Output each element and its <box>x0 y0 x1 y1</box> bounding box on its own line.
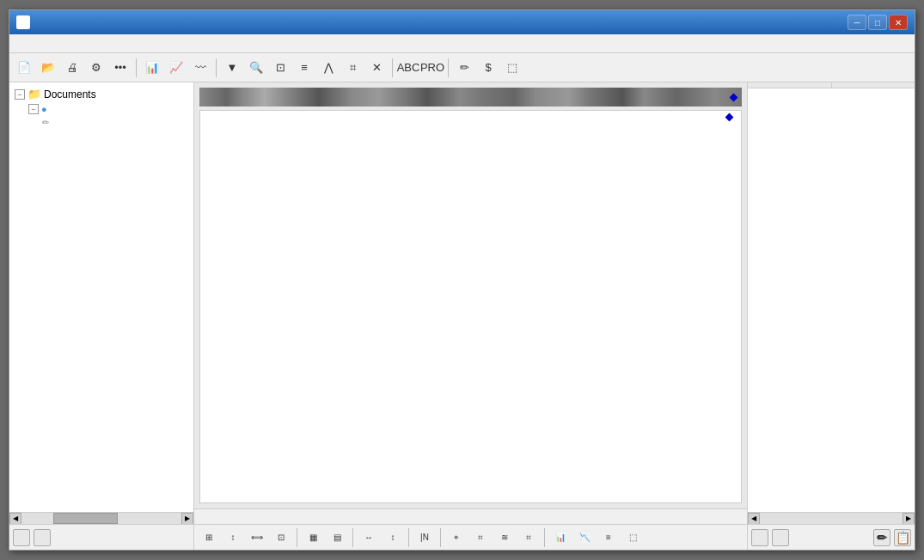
menu-tools[interactable] <box>68 42 82 46</box>
sidebar-remove-button[interactable] <box>34 529 51 546</box>
bt-btn1[interactable]: ⊞ <box>198 527 220 549</box>
bt-btn6[interactable]: ▤ <box>326 527 348 549</box>
chart-legend <box>723 114 732 120</box>
main-area: − 📁 Documents − ● ✏ <box>9 82 915 550</box>
tb-profound[interactable]: PRO <box>421 57 444 79</box>
spectrum-chart[interactable] <box>199 110 742 503</box>
bt-btn2[interactable]: ↕ <box>222 527 244 549</box>
tb-centroid[interactable]: ⌗ <box>341 57 364 79</box>
right-panel: ◀ ▶ ✏ 📋 <box>747 82 915 550</box>
bt-sep4 <box>440 528 441 547</box>
sidebar-hscrollbar[interactable]: ◀ ▶ <box>9 512 193 524</box>
tb-edit[interactable]: ✏ <box>453 57 475 79</box>
tb-deisotope[interactable]: ≡ <box>293 57 315 79</box>
close-button[interactable]: ✕ <box>889 15 908 30</box>
right-edit-icon[interactable]: ✏ <box>873 529 890 546</box>
bt-btn5[interactable]: ▦ <box>302 527 324 549</box>
right-remove-button[interactable] <box>772 529 789 546</box>
tb-settings[interactable]: ⚙ <box>85 57 107 79</box>
bt-btn10[interactable]: ⌖ <box>445 527 468 549</box>
legend-diamond-icon <box>725 113 734 122</box>
bt-btn13[interactable]: ⌗ <box>517 527 540 549</box>
tb-sequence[interactable]: ABC <box>397 57 419 79</box>
sidebar-scroll-right[interactable]: ▶ <box>181 513 193 525</box>
tb-calc[interactable]: ✕ <box>365 57 388 79</box>
sidebar-scroll-thumb[interactable] <box>53 513 117 524</box>
right-scroll-left[interactable]: ◀ <box>748 513 760 525</box>
tb-more[interactable]: ••• <box>109 57 132 79</box>
title-bar: ─ □ ✕ <box>9 10 915 34</box>
minimize-button[interactable]: ─ <box>848 15 866 30</box>
toolbar: 📄 📂 🖨 ⚙ ••• 📊 📈 〰 ▼ 🔍 ⊡ ≡ ⋀ ⌗ ✕ ABC PRO … <box>9 53 915 82</box>
overview-diamond <box>730 93 738 101</box>
menu-processing[interactable] <box>40 42 54 46</box>
tree-documents-root[interactable]: − 📁 Documents <box>13 86 190 102</box>
bt-btn17[interactable]: ⬚ <box>621 527 644 549</box>
bt-sep1 <box>297 528 297 547</box>
tb-fit[interactable]: ⊡ <box>269 57 291 79</box>
tb-spectrum[interactable]: 📊 <box>141 57 163 79</box>
maximize-button[interactable]: □ <box>868 15 887 30</box>
bt-btn4[interactable]: ⊡ <box>270 527 292 549</box>
app-icon <box>16 15 30 29</box>
right-scroll-track[interactable] <box>760 513 903 524</box>
right-add-button[interactable] <box>751 529 768 546</box>
spectrum-canvas[interactable] <box>200 111 741 502</box>
x-axis-bar <box>194 508 747 524</box>
tb-zoom[interactable]: 🔍 <box>245 57 267 79</box>
right-hscrollbar[interactable]: ◀ ▶ <box>748 512 915 524</box>
sidebar-scroll-left[interactable]: ◀ <box>9 513 21 525</box>
bt-btn15[interactable]: 📉 <box>573 527 596 549</box>
menu-view[interactable] <box>27 42 40 46</box>
tb-filter[interactable]: ▼ <box>221 57 243 79</box>
tb-anchor[interactable]: ⬚ <box>501 57 523 79</box>
bt-btn12[interactable]: ≋ <box>493 527 516 549</box>
menu-links[interactable] <box>95 42 109 46</box>
bt-btn11[interactable]: ⌗ <box>469 527 492 549</box>
overview-legend <box>728 88 737 107</box>
right-content <box>748 88 915 512</box>
toolbar-sep-3 <box>392 58 393 77</box>
tree-softpedia-test[interactable]: − ● <box>27 102 190 116</box>
bt-btn8[interactable]: ↕ <box>382 527 404 549</box>
document-icon: ● <box>41 104 47 114</box>
right-bottom: ✏ 📋 <box>748 524 915 550</box>
folder-icon: 📁 <box>28 88 41 100</box>
bt-sep5 <box>544 528 545 547</box>
bt-btn16[interactable]: ≡ <box>597 527 620 549</box>
tb-new[interactable]: 📄 <box>13 57 35 79</box>
menu-libraries[interactable] <box>82 42 95 46</box>
menu-file[interactable] <box>13 42 27 46</box>
menubar <box>9 34 915 53</box>
sidebar-scroll-track[interactable] <box>21 513 181 524</box>
bt-btn7[interactable]: ↔ <box>358 527 380 549</box>
window-controls: ─ □ ✕ <box>848 15 908 30</box>
bottom-toolbar: ⊞ ↕ ⟺ ⊡ ▦ ▤ ↔ ↕ |N ⌖ ⌗ ≋ ⌗ 📊 📉 ≡ <box>194 524 747 550</box>
right-scroll-right[interactable]: ▶ <box>903 513 915 525</box>
expand-documents[interactable]: − <box>15 89 25 100</box>
right-table-icon[interactable]: 📋 <box>894 529 911 546</box>
tree-annotations[interactable]: ✏ <box>40 116 190 129</box>
bt-btn9[interactable]: |N <box>413 527 436 549</box>
bt-btn3[interactable]: ⟺ <box>246 527 268 549</box>
sidebar: − 📁 Documents − ● ✏ <box>9 82 194 550</box>
spectrum-container <box>194 82 747 508</box>
tb-open[interactable]: 📂 <box>37 57 59 79</box>
tb-baseline[interactable]: 📈 <box>165 57 187 79</box>
annotation-icon: ✏ <box>42 118 49 127</box>
expand-softpedia[interactable]: − <box>28 104 39 114</box>
overview-bar[interactable] <box>199 88 742 107</box>
menu-window[interactable] <box>109 42 123 46</box>
sidebar-tree: − 📁 Documents − ● ✏ <box>9 82 193 512</box>
tb-print[interactable]: 🖨 <box>61 57 83 79</box>
sidebar-bottom <box>9 524 193 550</box>
bt-sep3 <box>408 528 409 547</box>
tb-smooth[interactable]: 〰 <box>189 57 211 79</box>
menu-help[interactable] <box>123 42 137 46</box>
toolbar-sep-1 <box>136 58 137 77</box>
sidebar-add-button[interactable] <box>13 529 30 546</box>
tb-peak[interactable]: ⋀ <box>317 57 340 79</box>
menu-sequence[interactable] <box>54 42 68 46</box>
tb-dollar[interactable]: $ <box>477 57 499 79</box>
bt-btn14[interactable]: 📊 <box>549 527 572 549</box>
